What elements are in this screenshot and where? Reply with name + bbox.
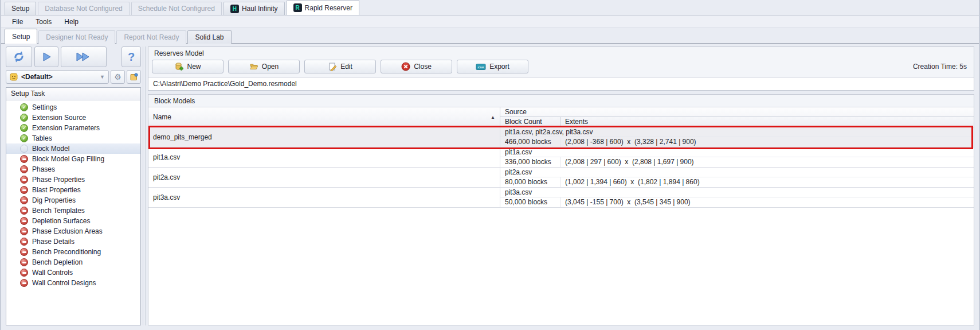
task-label: Phase Properties	[32, 176, 85, 184]
sort-ascending-icon: ▲	[491, 115, 495, 120]
tab-schedule-not-configured[interactable]: Schedule Not Configured	[131, 2, 222, 15]
note-pin-icon	[130, 73, 138, 81]
cell-extents: (1,002 | 1,394 | 660) x (1,802 | 1,894 |…	[560, 177, 974, 187]
tab-label: Database Not Configured	[45, 5, 122, 13]
tab-report-not-ready[interactable]: Report Not Ready	[116, 30, 186, 44]
cell-source-group: pit1a.csv, pit2a.csv, pit3a.csv 466,000 …	[500, 127, 974, 147]
table-row-demo-pits-merged[interactable]: demo_pits_merged pit1a.csv, pit2a.csv, p…	[148, 127, 974, 147]
sidebar-item-depletion-surfaces[interactable]: Depletion Surfaces	[6, 216, 140, 226]
check-icon	[20, 134, 28, 142]
tab-setup[interactable]: Setup	[5, 29, 37, 44]
cell-name: pit2a.csv	[148, 168, 500, 187]
csv-export-icon: csv	[476, 63, 486, 71]
new-button[interactable]: New	[152, 60, 224, 73]
open-button[interactable]: Open	[228, 60, 300, 73]
cell-source-group: pit2a.csv 80,000 blocks (1,002 | 1,394 |…	[500, 168, 974, 187]
tab-label: Rapid Reserver	[305, 4, 352, 12]
edit-button[interactable]: Edit	[304, 60, 376, 73]
table-row-pit2a[interactable]: pit2a.csv pit2a.csv 80,000 blocks (1,002…	[148, 168, 974, 188]
tab-haul-infinity[interactable]: H Haul Infinity	[224, 2, 285, 15]
sidebar: ? <Default> ▼ ⚙	[6, 46, 141, 325]
column-header-name[interactable]: Name ▲	[148, 107, 500, 127]
menu-file[interactable]: File	[6, 17, 29, 27]
blocked-icon	[20, 269, 28, 277]
preset-settings-button[interactable]: ⚙	[111, 70, 125, 84]
sidebar-item-tables[interactable]: Tables	[6, 133, 140, 143]
sidebar-item-phase-exclusion-areas[interactable]: Phase Exclusion Areas	[6, 226, 140, 236]
column-header-block-count[interactable]: Block Count	[500, 117, 560, 127]
setup-task-list: Settings Extension Source Extension Para…	[6, 100, 140, 288]
help-button[interactable]: ?	[121, 46, 141, 67]
reserves-model-title: Reserves Model	[148, 47, 974, 59]
button-label: New	[187, 63, 201, 71]
refresh-button[interactable]	[6, 46, 32, 67]
sidebar-item-block-model-gap-filling[interactable]: Block Model Gap Filling	[6, 154, 140, 164]
column-label: Name	[153, 113, 171, 121]
task-label: Extension Source	[32, 114, 86, 122]
tab-designer-not-ready[interactable]: Designer Not Ready	[38, 30, 115, 44]
export-button[interactable]: csv Export	[457, 60, 528, 73]
sidebar-item-bench-depletion[interactable]: Bench Depletion	[6, 257, 140, 267]
cell-source-group: pit3a.csv 50,000 blocks (3,045 | -155 | …	[500, 188, 974, 207]
question-mark-icon: ?	[128, 51, 135, 64]
tab-rapid-reserver[interactable]: R Rapid Reserver	[287, 0, 359, 15]
run-toolbar: ?	[6, 46, 141, 67]
close-button[interactable]: Close	[381, 60, 452, 73]
panel-splitter[interactable]	[141, 46, 148, 325]
sidebar-item-extension-source[interactable]: Extension Source	[6, 112, 140, 123]
sidebar-item-block-model[interactable]: Block Model	[6, 143, 140, 154]
task-label: Blast Properties	[32, 186, 81, 194]
haul-infinity-icon: H	[230, 5, 239, 13]
new-model-icon	[174, 62, 183, 71]
tab-database-not-configured[interactable]: Database Not Configured	[38, 2, 129, 15]
sidebar-item-bench-preconditioning[interactable]: Bench Preconditioning	[6, 247, 140, 257]
sidebar-item-phase-properties[interactable]: Phase Properties	[6, 174, 140, 185]
blocked-icon	[20, 258, 28, 266]
sidebar-item-wall-controls[interactable]: Wall Controls	[6, 267, 140, 278]
tab-label: Solid Lab	[195, 33, 224, 41]
menu-bar: File Tools Help	[1, 15, 979, 28]
blocked-icon	[20, 207, 28, 215]
menu-tools[interactable]: Tools	[29, 17, 58, 27]
sidebar-item-wall-control-designs[interactable]: Wall Control Designs	[6, 278, 140, 288]
task-label: Wall Controls	[32, 269, 73, 277]
preset-dropdown[interactable]: <Default> ▼	[6, 70, 109, 84]
save-layout-button[interactable]	[127, 70, 141, 84]
cell-source-files: pit2a.csv	[500, 168, 974, 177]
tab-setup-top[interactable]: Setup	[5, 2, 36, 15]
blocked-icon	[20, 227, 28, 235]
column-header-extents[interactable]: Extents	[560, 117, 974, 127]
column-header-source-group: Source Block Count Extents	[500, 107, 974, 127]
creation-time: Creation Time: 5s	[913, 63, 970, 71]
column-header-source[interactable]: Source	[500, 107, 974, 117]
play-icon	[41, 51, 52, 63]
sidebar-item-bench-templates[interactable]: Bench Templates	[6, 205, 140, 216]
tab-solid-lab[interactable]: Solid Lab	[187, 30, 231, 44]
run-all-button[interactable]	[61, 46, 107, 67]
cell-extents: (2,008 | 297 | 600) x (2,808 | 1,697 | 9…	[560, 157, 974, 167]
sidebar-item-settings[interactable]: Settings	[6, 102, 140, 112]
sidebar-item-extension-parameters[interactable]: Extension Parameters	[6, 123, 140, 133]
block-models-group: Block Models Name ▲ Source Block Count E…	[148, 94, 974, 325]
task-label: Depletion Surfaces	[32, 217, 90, 225]
table-row-pit1a[interactable]: pit1a.csv pit1a.csv 336,000 blocks (2,00…	[148, 147, 974, 168]
sidebar-item-blast-properties[interactable]: Blast Properties	[6, 185, 140, 195]
task-label: Tables	[32, 134, 52, 142]
tab-label: Haul Infinity	[242, 5, 278, 13]
setup-task-panel: Setup Task Settings Extension Source Ext…	[6, 87, 141, 325]
sidebar-item-phase-details[interactable]: Phase Details	[6, 236, 140, 247]
blocked-icon	[20, 238, 28, 246]
menu-help[interactable]: Help	[58, 17, 85, 27]
sidebar-item-phases[interactable]: Phases	[6, 164, 140, 174]
task-label: Wall Control Designs	[32, 279, 96, 287]
button-label: Open	[262, 63, 279, 71]
sidebar-item-dig-properties[interactable]: Dig Properties	[6, 195, 140, 205]
fast-forward-icon	[75, 51, 92, 63]
table-row-pit3a[interactable]: pit3a.csv pit3a.csv 50,000 blocks (3,045…	[148, 188, 974, 208]
tab-label: Schedule Not Configured	[138, 5, 215, 13]
pending-circle-icon	[20, 145, 28, 153]
check-icon	[20, 124, 28, 132]
button-label: Close	[414, 63, 432, 71]
button-label: Export	[489, 63, 509, 71]
run-button[interactable]	[34, 46, 58, 67]
